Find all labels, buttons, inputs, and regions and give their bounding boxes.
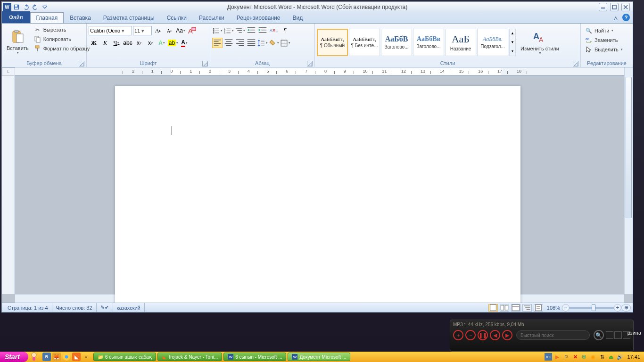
undo-icon[interactable] [22,3,30,11]
media-pause-button[interactable]: ❚❚ [478,330,488,340]
media-record-button[interactable]: ＋ [453,330,463,340]
ql-show-desktop-icon[interactable]: 🦊 [52,353,61,361]
minimize-ribbon-icon[interactable]: ▵ [612,14,619,21]
document-page[interactable] [115,86,520,303]
horizontal-ruler[interactable]: 012345678910111213141516171812 [15,67,624,76]
paste-button[interactable]: Вставить▼ [4,25,32,58]
chevron-down-icon[interactable]: ▾ [140,28,146,34]
clear-formatting-button[interactable]: A [187,25,197,36]
tray-x-icon[interactable]: ✕ [571,353,579,361]
tab-view[interactable]: Вид [286,12,309,23]
status-words[interactable]: Число слов: 32 [52,303,97,312]
close-button[interactable] [621,3,630,11]
ql-expand-icon[interactable]: » [82,353,91,361]
tab-layout[interactable]: Разметка страницы [97,12,161,23]
increase-indent-button[interactable] [257,25,268,36]
clipboard-launcher[interactable]: ◿ [79,61,84,66]
grow-font-button[interactable]: A▴ [153,25,163,36]
justify-button[interactable] [246,38,256,48]
ql-vk-icon[interactable]: B [42,353,51,361]
vertical-scrollbar[interactable] [624,67,633,294]
styles-launcher[interactable]: ◿ [573,61,578,66]
change-case-button[interactable]: Aa▾ [175,25,186,36]
status-proofing[interactable]: ✎✔ [97,303,113,312]
scrollbar-thumb[interactable] [626,77,632,218]
align-left-button[interactable] [212,38,223,48]
style-normal[interactable]: АаБбВвГг,¶ Обычный [317,29,348,56]
zoom-slider[interactable]: − + [566,307,618,309]
chevron-down-icon[interactable]: ▾ [120,28,126,34]
decrease-indent-button[interactable] [246,25,256,36]
tab-file[interactable]: Файл [2,11,30,23]
find-button[interactable]: 🔍Найти ▾ [584,26,624,35]
font-launcher[interactable]: ◿ [202,61,208,66]
media-search-input[interactable] [516,330,590,340]
zoom-in-button[interactable]: + [614,304,621,312]
multilevel-button[interactable]: ▾ [235,25,245,36]
media-search-button[interactable]: 🔍 [594,330,604,340]
superscript-button[interactable]: x2 [145,38,156,48]
zoom-fullscreen-button[interactable]: ⊕ [621,304,631,312]
style-no-spacing[interactable]: АаБбВвГг,¶ Без инте... [349,29,380,56]
ql-chrome-icon[interactable] [62,353,71,361]
save-icon[interactable] [12,3,21,11]
show-marks-button[interactable]: ¶ [280,25,290,36]
status-language[interactable]: казахский [113,303,145,312]
shading-button[interactable]: ▾ [269,38,279,48]
media-prev-button[interactable]: ◀ [490,330,500,340]
zoom-handle[interactable] [592,304,595,311]
media-eq-button[interactable] [606,331,613,339]
media-play-button[interactable]: ▶ [502,330,512,340]
tab-references[interactable]: Ссылки [161,12,193,23]
italic-button[interactable]: К [100,38,110,48]
help-icon[interactable]: ? [622,14,630,21]
style-title[interactable]: АаБНазвание [445,29,476,56]
tab-mailings[interactable]: Рассылки [193,12,231,23]
style-heading2[interactable]: АаБбВвЗаголово... [413,29,444,56]
view-reading[interactable] [500,304,509,312]
ql-aimp-icon[interactable]: ◣ [72,353,81,361]
borders-button[interactable]: ▾ [280,38,290,48]
word-app-icon[interactable]: W [3,3,11,11]
media-stop-button[interactable]: － [465,330,476,340]
select-button[interactable]: Выделить ▾ [584,45,624,54]
sort-button[interactable]: АЯ↓ [269,25,279,36]
task-item-1[interactable]: 📁6 сынып ашық сабақ [93,353,156,361]
tray-flag-icon[interactable]: 🏳 [562,353,570,361]
tray-update-icon[interactable]: ◉ [589,353,597,361]
style-subtitle[interactable]: АаБбВв.Подзагол... [477,29,508,56]
task-item-3[interactable]: W6 сынып - Microsoft ... [223,353,286,361]
font-size-combo[interactable]: 11▾ [133,26,152,35]
format-painter-button[interactable]: Формат по образцу [33,44,91,53]
view-outline[interactable] [522,304,532,312]
zoom-out-button[interactable]: − [562,304,570,312]
view-web[interactable] [511,304,520,312]
status-page[interactable]: Страница: 1 из 4 [4,303,52,312]
media-pl-button[interactable] [614,331,622,339]
view-draft[interactable] [534,304,543,312]
bullets-button[interactable]: ▾ [212,25,223,36]
copy-button[interactable]: Копировать [33,35,91,43]
task-item-2[interactable]: ◣frojack & Nayer - Toni... [157,353,223,361]
shrink-font-button[interactable]: A▾ [164,25,174,36]
subscript-button[interactable]: x2 [134,38,144,48]
font-color-button[interactable]: A▾ [179,38,190,48]
align-center-button[interactable] [223,38,234,48]
tray-clock[interactable]: 17:41 [625,354,642,360]
gallery-up-button[interactable]: ▲ [510,29,515,38]
ruler-corner[interactable]: L [2,67,15,76]
bold-button[interactable]: Ж [89,38,99,48]
line-spacing-button[interactable]: ▾ [257,38,268,48]
cut-button[interactable]: ✂Вырезать [33,25,91,34]
paragraph-launcher[interactable]: ◿ [307,61,313,66]
tab-home[interactable]: Главная [30,12,64,23]
task-item-4[interactable]: WДокумент Microsoft ... [288,353,350,361]
style-heading1[interactable]: АаБбВЗаголово... [381,29,412,56]
gallery-down-button[interactable]: ▼ [510,38,515,47]
tray-shield-icon[interactable]: ⛨ [580,353,588,361]
maximize-button[interactable] [610,3,619,11]
gallery-expand-button[interactable]: ▾ [510,47,515,56]
numbering-button[interactable]: 123▾ [223,25,234,36]
tray-lang-icon[interactable]: КК [545,353,552,361]
tray-play-icon[interactable]: ▶ [553,353,561,361]
